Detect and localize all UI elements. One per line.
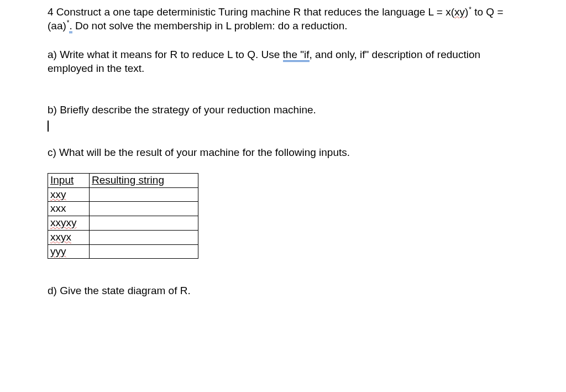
th-result: Resulting string <box>90 174 198 188</box>
cell-result <box>90 202 198 216</box>
table-header-row: Input Resulting string <box>48 174 198 188</box>
table-row: yyy <box>48 244 198 259</box>
text-cursor[interactable] <box>48 127 518 140</box>
q4-xy-squiggle: xy <box>454 6 465 18</box>
input-output-table: Input Resulting string xxy xxx xxyxy xxy… <box>48 173 198 259</box>
table-row: xxyxy <box>48 216 198 231</box>
cell-result <box>90 187 198 202</box>
table-row: xxx <box>48 202 198 216</box>
document-page: 4 Construct a one tape deterministic Tur… <box>0 0 566 298</box>
table-row: xxyx <box>48 230 198 244</box>
question-4b: b) Briefly describe the strategy of your… <box>48 103 518 117</box>
table-row: xxy <box>48 187 198 202</box>
qa-pre: a) Write what it means for R to reduce L… <box>48 49 283 60</box>
cell-input: xxyx <box>48 230 90 244</box>
question-4d: d) Give the state diagram of R. <box>48 284 518 298</box>
cell-input: xxyxy <box>48 216 90 231</box>
q4-text-post: Do not solve the membership in L problem… <box>72 20 348 32</box>
cell-result <box>90 216 198 231</box>
cell-input: yyy <box>48 244 90 259</box>
q4-text-paren: ) <box>465 6 468 18</box>
q4-text-1: 4 Construct a one tape deterministic Tur… <box>48 6 454 18</box>
question-4-intro: 4 Construct a one tape deterministic Tur… <box>48 6 518 33</box>
cell-result <box>90 244 198 259</box>
cell-input: xxy <box>48 187 90 202</box>
question-4a: a) Write what it means for R to reduce L… <box>48 48 518 75</box>
question-4c: c) What will be the result of your machi… <box>48 146 518 160</box>
cell-input: xxx <box>48 202 90 216</box>
qa-blue2: "if <box>300 49 309 62</box>
qa-blue1: the <box>283 49 301 62</box>
cell-result <box>90 230 198 244</box>
th-input: Input <box>48 174 90 188</box>
